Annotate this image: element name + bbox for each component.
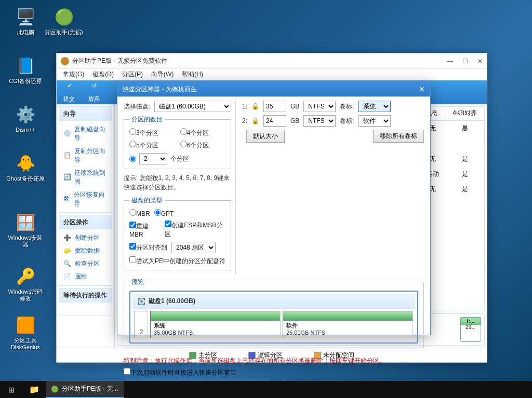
check-try-pe[interactable]: 尝试为PE中创建的分区分配盘符 <box>129 257 225 265</box>
check-next-launch[interactable]: 下次启动软件时直接进入快速分区窗口 <box>124 367 236 376</box>
menubar: 常规(G) 磁盘(D) 分区(P) 向导(W) 帮助(H) <box>57 69 487 80</box>
left-panel: 向导 💿复制磁盘向导 📋复制分区向导 🔄迁移系统到固 🛠分区恢复向导 分区操作 … <box>57 104 115 348</box>
part1-fs-select[interactable]: NTFS <box>303 101 336 112</box>
op-check[interactable]: 🔍检查分区 <box>61 257 110 270</box>
menu-partition[interactable]: 分区(P) <box>122 70 143 79</box>
custom-count-select[interactable]: 2 <box>139 153 167 164</box>
desktop-icon-dism[interactable]: ⚙️Dism++ <box>6 104 45 133</box>
desktop-icon-winpwd[interactable]: 🔑Windows密码修改 <box>6 266 45 302</box>
part2-size-input[interactable] <box>263 115 286 127</box>
start-button[interactable]: ⊞ <box>0 381 23 398</box>
select-disk-dropdown[interactable]: 磁盘1 (60.00GB) <box>154 101 231 112</box>
titlebar: 分区助手PE版 - 无损分区免费软件 — ☐ ✕ <box>57 53 487 69</box>
wizard-panel-header: 向导 <box>59 107 112 121</box>
check-create-esp[interactable]: 创建ESP和MSR分区 <box>165 221 225 239</box>
wizard-recover[interactable]: 🛠分区恢复向导 <box>61 188 110 210</box>
menu-wizard[interactable]: 向导(W) <box>151 70 174 79</box>
remove-all-labels-button[interactable]: 移除所有卷标 <box>373 130 424 143</box>
partition-count-group: 分区的数目 3个分区 4个分区 5个分区 6个分区 2个分区 <box>124 115 231 169</box>
dialog-titlebar: 快速分区神器 - 为装机而生 ✕ <box>117 82 430 97</box>
maximize-button[interactable]: ☐ <box>462 58 468 65</box>
desktop-icon-cgi[interactable]: 📘CGI备份还原 <box>6 55 45 85</box>
warning-notice: 特别注意：执行此操作后，当前所选磁盘上已经存在的所有分区将被删除！按回车键开始分… <box>117 356 430 365</box>
op-wipe[interactable]: 🧽擦除数据 <box>61 244 110 257</box>
toolbar-discard[interactable]: ↺放弃 <box>82 83 107 103</box>
wizard-copy-part[interactable]: 📋复制分区向导 <box>61 145 110 167</box>
taskbar: ⊞ 📁 🟢分区助手PE版 - 无... <box>0 381 532 398</box>
desktop-icon-ghost[interactable]: 🐥Ghost备份还原 <box>6 153 45 182</box>
op-create[interactable]: ➕创建分区 <box>61 231 110 244</box>
wizard-copy-disk[interactable]: 💿复制磁盘向导 <box>61 123 110 145</box>
disk-type-group: 磁盘的类型 MBR GPT 重建MBR 创建ESP和MSR分区 分区对齐到 20… <box>124 196 231 270</box>
ops-panel-header: 分区操作 <box>59 215 112 229</box>
op-props[interactable]: 📄属性 <box>61 270 110 283</box>
radio-3-parts[interactable]: 3个分区 <box>129 128 175 138</box>
default-size-button[interactable]: 默认大小 <box>246 130 285 143</box>
radio-mbr[interactable]: MBR <box>129 209 150 217</box>
toolbar-commit[interactable]: ✔提交 <box>57 83 82 103</box>
desktop-icon-thispc[interactable]: 🖥️此电脑 <box>6 6 45 36</box>
preview-part-2: 软件25.00GB NTFS <box>283 311 413 338</box>
menu-general[interactable]: 常规(G) <box>63 70 84 79</box>
desktop-icon-wininst[interactable]: 🪟Windows安装器 <box>6 212 45 248</box>
desktop-icon-diskgenius[interactable]: 🟧分区工具 DiskGenius <box>6 314 45 351</box>
radio-4-parts[interactable]: 4个分区 <box>180 128 226 138</box>
radio-6-parts[interactable]: 6个分区 <box>180 141 226 150</box>
radio-5-parts[interactable]: 5个分区 <box>129 141 175 150</box>
lock-icon: 🔓 <box>251 103 259 110</box>
lock-icon: 🔒 <box>251 117 259 125</box>
check-rebuild-mbr[interactable]: 重建MBR <box>129 222 161 238</box>
select-disk-label: 选择磁盘: <box>124 102 150 111</box>
taskbar-app-item[interactable]: 🟢分区助手PE版 - 无... <box>46 381 124 398</box>
desktop-icon-pa[interactable]: 🟢分区助手(无损) <box>45 6 83 36</box>
preview-group: 预览 💽磁盘1 (60.00GB) 2 系统35.00GB NTFS 软件25.… <box>124 278 424 348</box>
part1-size-input[interactable] <box>263 101 286 112</box>
taskbar-explorer-icon[interactable]: 📁 <box>23 381 46 398</box>
part2-label-select[interactable]: 软件 <box>358 115 391 127</box>
wizard-migrate[interactable]: 🔄迁移系统到固 <box>61 167 110 188</box>
check-align[interactable]: 分区对齐到 <box>129 243 167 252</box>
hint-text: 提示: 您能按1, 2, 3, 4, 5, 6, 7, 8, 9键来快速选择分区… <box>124 173 231 192</box>
radio-gpt[interactable]: GPT <box>154 209 174 217</box>
pending-panel-header: 等待执行的操作 <box>59 289 112 303</box>
app-icon <box>61 57 69 65</box>
radio-custom-parts[interactable]: 2个分区 <box>129 153 225 164</box>
part2-fs-select[interactable]: NTFS <box>303 115 336 127</box>
quick-partition-dialog: 快速分区神器 - 为装机而生 ✕ 选择磁盘: 磁盘1 (60.00GB) 分区的… <box>117 81 431 335</box>
disk-block[interactable]: I:...29... <box>460 317 481 342</box>
window-title: 分区助手PE版 - 无损分区免费软件 <box>72 57 167 65</box>
minimize-button[interactable]: — <box>447 58 453 65</box>
disk-icon: 💽 <box>138 298 145 305</box>
dialog-close-button[interactable]: ✕ <box>419 85 425 93</box>
menu-help[interactable]: 帮助(H) <box>182 70 203 79</box>
menu-disk[interactable]: 磁盘(D) <box>92 70 114 79</box>
align-select[interactable]: 2048 扇区 <box>171 242 216 253</box>
close-button[interactable]: ✕ <box>477 58 483 65</box>
preview-count: 2 <box>135 311 148 338</box>
preview-part-1: 系统35.00GB NTFS <box>150 311 281 338</box>
part1-label-select[interactable]: 系统 <box>358 101 391 112</box>
